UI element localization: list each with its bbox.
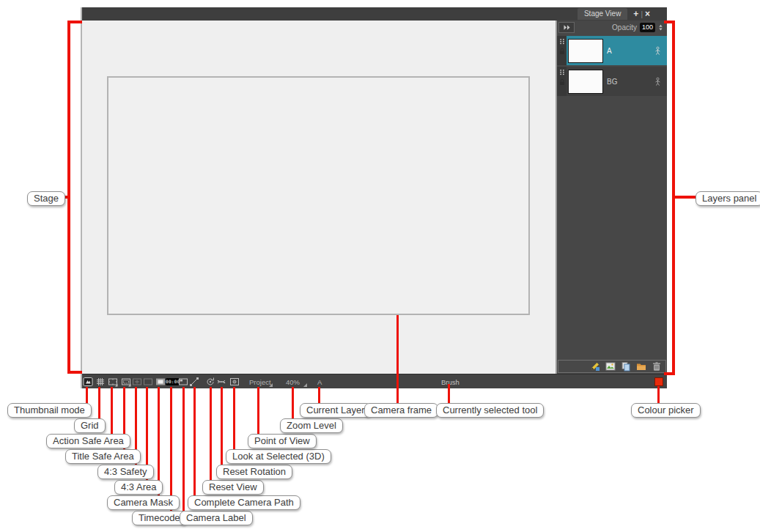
callout-camera-mask: Camera Mask <box>107 495 180 510</box>
callout-line <box>210 387 212 481</box>
4-3-safety-button[interactable] <box>132 377 142 387</box>
callout-currently-selected-tool: Currently selected tool <box>436 403 544 418</box>
layer-grip[interactable] <box>557 36 567 65</box>
tab-stage-view[interactable]: Stage View <box>578 8 627 20</box>
callout-line <box>67 371 82 374</box>
callout-colour-picker: Colour picker <box>631 403 701 418</box>
add-view-button[interactable]: + <box>631 9 641 19</box>
add-bitmap-layer-icon[interactable] <box>605 361 616 372</box>
lock-icon[interactable] <box>558 78 566 86</box>
add-vector-layer-icon[interactable] <box>590 361 600 372</box>
callout-line <box>86 387 88 404</box>
callout-line <box>98 387 100 420</box>
layers-panel: Opacity 100 A <box>557 21 667 374</box>
callout-line <box>170 387 172 512</box>
callout-reset-view: Reset View <box>202 480 264 495</box>
callout-grid: Grid <box>74 418 106 433</box>
callout-reset-rotation: Reset Rotation <box>216 465 292 479</box>
callout-line <box>448 384 450 404</box>
complete-camera-path-button[interactable] <box>189 377 199 387</box>
callout-line <box>664 372 675 375</box>
camera-label-button[interactable] <box>178 377 188 387</box>
layers-panel-header: Opacity 100 <box>557 21 667 34</box>
layer-row-bg[interactable]: BG <box>557 67 667 96</box>
animate-layer-icon[interactable] <box>654 46 662 56</box>
layer-name: BG <box>607 78 617 86</box>
camera-mask-button[interactable] <box>155 377 166 387</box>
stage[interactable] <box>82 21 557 374</box>
callout-line <box>675 196 696 199</box>
group-layer-icon[interactable] <box>636 361 646 372</box>
opacity-value-field[interactable]: 100 <box>640 23 655 32</box>
callout-line <box>233 387 235 451</box>
stage-view-window: Stage View + | × Opacity 100 <box>81 7 667 388</box>
double-chevron-right-icon <box>562 24 572 31</box>
layer-thumbnail[interactable] <box>568 39 603 63</box>
colour-picker-swatch[interactable] <box>654 377 663 386</box>
callout-stage: Stage <box>27 191 65 206</box>
animate-layer-icon[interactable] <box>654 77 662 86</box>
point-of-view-dropdown[interactable]: Project <box>249 378 271 386</box>
callout-line <box>67 21 82 23</box>
callout-timecode: Timecode <box>132 511 187 525</box>
callout-complete-camera-path: Complete Camera Path <box>188 495 300 510</box>
layer-name: A <box>607 47 612 55</box>
callout-look-at-selected-3d: Look at Selected (3D) <box>226 449 331 464</box>
callout-camera-frame: Camera frame <box>364 403 438 418</box>
layer-thumbnail[interactable] <box>568 70 603 94</box>
callout-line <box>182 387 185 512</box>
thumbnail-mode-button[interactable] <box>83 377 93 387</box>
callout-layers-panel: Layers panel <box>696 191 760 206</box>
callout-zoom-level: Zoom Level <box>280 418 343 433</box>
action-safe-area-button[interactable] <box>108 377 118 387</box>
drag-grip-icon <box>558 38 566 46</box>
callout-thumbnail-mode: Thumbnail mode <box>7 403 92 418</box>
zoom-level-dropdown[interactable]: 40% <box>286 378 300 386</box>
selected-tool-indicator: Brush <box>441 378 460 386</box>
title-safe-area-button[interactable] <box>121 377 131 387</box>
reset-rotation-button[interactable] <box>216 377 226 387</box>
paste-layer-icon[interactable] <box>621 361 631 372</box>
callout-title-safe-area: Title Safe Area <box>65 449 141 464</box>
callout-line <box>396 315 399 404</box>
close-view-button[interactable]: × <box>643 9 652 19</box>
4-3-area-button[interactable] <box>143 377 153 387</box>
reset-view-button[interactable] <box>205 377 215 387</box>
layers-panel-empty-area <box>557 96 667 359</box>
current-layer-indicator: A <box>317 378 322 386</box>
callout-line <box>111 387 113 435</box>
callout-line <box>257 387 259 435</box>
callout-line <box>221 387 223 466</box>
callout-line <box>318 387 320 404</box>
callout-camera-label: Camera Label <box>180 511 253 525</box>
opacity-spinner[interactable] <box>658 23 663 32</box>
titlebar: Stage View + | × <box>82 7 667 21</box>
opacity-label: Opacity <box>612 23 637 32</box>
callout-line <box>664 21 675 23</box>
grid-button[interactable] <box>95 377 106 387</box>
layer-grip[interactable] <box>557 67 567 96</box>
callout-4-3-safety: 4:3 Safety <box>97 465 154 479</box>
callout-line <box>657 386 660 404</box>
dropdown-triangle-icon <box>303 383 307 387</box>
layer-row-a[interactable]: A <box>557 36 667 65</box>
dropdown-triangle-icon <box>269 383 273 387</box>
delete-layer-icon[interactable] <box>652 361 662 372</box>
callout-current-layer: Current Layer <box>300 403 371 418</box>
callout-4-3-area: 4:3 Area <box>114 480 163 495</box>
callout-line <box>292 387 294 420</box>
layers-panel-footer <box>558 360 666 373</box>
camera-frame <box>107 76 530 315</box>
drag-grip-icon <box>558 69 566 77</box>
callout-line <box>193 387 196 497</box>
stage-toolbar: 00:00 Project 40% A Brush <box>82 374 667 388</box>
lock-icon[interactable] <box>558 48 566 55</box>
callout-action-safe-area: Action Safe Area <box>46 434 130 448</box>
look-at-selected-3d-button[interactable] <box>229 377 240 387</box>
callout-point-of-view: Point of View <box>248 434 317 448</box>
collapse-panel-button[interactable] <box>558 22 575 33</box>
